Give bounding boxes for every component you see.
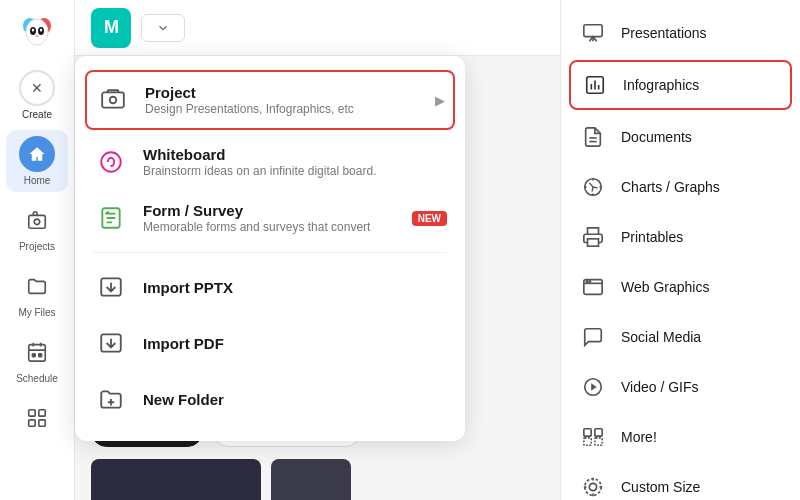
menu-item-import-pptx[interactable]: Import PPTX bbox=[75, 259, 465, 315]
custom-size-icon bbox=[579, 473, 607, 500]
new-badge: NEW bbox=[412, 211, 447, 226]
infographics-icon bbox=[581, 71, 609, 99]
svg-point-8 bbox=[35, 35, 39, 37]
import-pptx-title: Import PPTX bbox=[143, 279, 447, 296]
sidebar-home-label: Home bbox=[24, 175, 51, 186]
topbar: M bbox=[75, 0, 560, 56]
whiteboard-subtitle: Brainstorm ideas on an infinite digital … bbox=[143, 164, 447, 178]
sidebar-create-label: Create bbox=[22, 109, 52, 120]
svg-rect-42 bbox=[584, 438, 591, 445]
right-item-video-gifs[interactable]: Video / GIFs bbox=[561, 362, 800, 412]
sidebar: Create Home Projects My Files bbox=[0, 0, 75, 500]
right-item-presentations[interactable]: Presentations bbox=[561, 8, 800, 58]
close-icon bbox=[19, 70, 55, 106]
svg-point-36 bbox=[586, 281, 587, 282]
presentations-icon bbox=[579, 19, 607, 47]
menu-divider bbox=[93, 252, 447, 253]
web-graphics-label: Web Graphics bbox=[621, 279, 709, 295]
printables-label: Printables bbox=[621, 229, 683, 245]
right-item-web-graphics[interactable]: Web Graphics bbox=[561, 262, 800, 312]
svg-rect-40 bbox=[584, 429, 591, 436]
menu-item-form-survey[interactable]: Form / Survey Memorable forms and survey… bbox=[75, 190, 465, 246]
right-item-social-media[interactable]: Social Media bbox=[561, 312, 800, 362]
more-icon bbox=[579, 423, 607, 451]
sidebar-item-home[interactable]: Home bbox=[6, 130, 68, 192]
menu-item-import-pdf[interactable]: Import PDF bbox=[75, 315, 465, 371]
svg-point-3 bbox=[26, 19, 48, 45]
sidebar-projects-label: Projects bbox=[19, 241, 55, 252]
web-graphics-icon bbox=[579, 273, 607, 301]
project-arrow: ▶ bbox=[435, 93, 445, 108]
charts-label: Charts / Graphs bbox=[621, 179, 720, 195]
svg-rect-12 bbox=[32, 354, 35, 357]
extra-icon bbox=[19, 400, 55, 436]
svg-marker-39 bbox=[591, 383, 597, 390]
svg-rect-14 bbox=[29, 410, 35, 416]
menu-item-whiteboard[interactable]: Whiteboard Brainstorm ideas on an infini… bbox=[75, 134, 465, 190]
svg-point-7 bbox=[40, 29, 42, 32]
new-folder-icon bbox=[93, 381, 129, 417]
workspace-dropdown[interactable] bbox=[141, 14, 185, 42]
sidebar-item-schedule[interactable]: Schedule bbox=[6, 328, 68, 390]
import-pdf-icon bbox=[93, 325, 129, 361]
svg-rect-17 bbox=[39, 420, 45, 426]
new-folder-title: New Folder bbox=[143, 391, 447, 408]
printables-icon bbox=[579, 223, 607, 251]
documents-icon bbox=[579, 123, 607, 151]
more-label: More! bbox=[621, 429, 657, 445]
right-item-more[interactable]: More! bbox=[561, 412, 800, 462]
svg-point-10 bbox=[34, 219, 40, 225]
svg-rect-28 bbox=[584, 25, 602, 37]
infographics-label: Infographics bbox=[623, 77, 699, 93]
import-pdf-title: Import PDF bbox=[143, 335, 447, 352]
sidebar-item-myfiles[interactable]: My Files bbox=[6, 262, 68, 324]
svg-point-45 bbox=[585, 479, 602, 496]
schedule-icon bbox=[19, 334, 55, 370]
social-media-label: Social Media bbox=[621, 329, 701, 345]
new-folder-text: New Folder bbox=[143, 391, 447, 408]
project-subtitle: Design Presentations, Infographics, etc bbox=[145, 102, 421, 116]
svg-rect-41 bbox=[595, 429, 602, 436]
brand-logo: M bbox=[91, 8, 131, 48]
svg-point-19 bbox=[110, 97, 117, 104]
documents-label: Documents bbox=[621, 129, 692, 145]
sidebar-item-projects[interactable]: Projects bbox=[6, 196, 68, 258]
import-pptx-icon bbox=[93, 269, 129, 305]
svg-rect-11 bbox=[29, 345, 46, 362]
right-item-custom-size[interactable]: Custom Size bbox=[561, 462, 800, 500]
sidebar-item-create[interactable]: Create bbox=[6, 64, 68, 126]
app-logo bbox=[16, 10, 58, 52]
menu-item-project[interactable]: Project Design Presentations, Infographi… bbox=[85, 70, 455, 130]
form-title: Form / Survey bbox=[143, 202, 398, 219]
svg-point-44 bbox=[589, 483, 596, 490]
whiteboard-text: Whiteboard Brainstorm ideas on an infini… bbox=[143, 146, 447, 178]
right-item-documents[interactable]: Documents bbox=[561, 112, 800, 162]
svg-rect-13 bbox=[39, 354, 42, 357]
myfiles-icon bbox=[19, 268, 55, 304]
thumbnail-1 bbox=[91, 459, 261, 500]
sidebar-myfiles-label: My Files bbox=[18, 307, 55, 318]
sidebar-item-extra[interactable] bbox=[6, 394, 68, 442]
home-icon bbox=[19, 136, 55, 172]
form-icon bbox=[93, 200, 129, 236]
sidebar-schedule-label: Schedule bbox=[16, 373, 58, 384]
form-text: Form / Survey Memorable forms and survey… bbox=[143, 202, 398, 234]
svg-point-6 bbox=[32, 29, 34, 32]
right-item-charts-graphs[interactable]: Charts / Graphs bbox=[561, 162, 800, 212]
svg-rect-43 bbox=[595, 438, 602, 445]
right-item-infographics[interactable]: Infographics bbox=[569, 60, 792, 110]
social-media-icon bbox=[579, 323, 607, 351]
svg-rect-18 bbox=[102, 92, 124, 107]
project-title: Project bbox=[145, 84, 421, 101]
menu-item-new-folder[interactable]: New Folder bbox=[75, 371, 465, 427]
presentations-label: Presentations bbox=[621, 25, 707, 41]
form-subtitle: Memorable forms and surveys that convert bbox=[143, 220, 398, 234]
project-icon bbox=[95, 82, 131, 118]
right-item-printables[interactable]: Printables bbox=[561, 212, 800, 262]
custom-size-label: Custom Size bbox=[621, 479, 700, 495]
main-area: M Project Design Presentations, Infograp… bbox=[75, 0, 560, 500]
whiteboard-icon bbox=[93, 144, 129, 180]
svg-rect-16 bbox=[29, 420, 35, 426]
video-gifs-label: Video / GIFs bbox=[621, 379, 699, 395]
dropdown-menu: Project Design Presentations, Infographi… bbox=[75, 56, 465, 441]
